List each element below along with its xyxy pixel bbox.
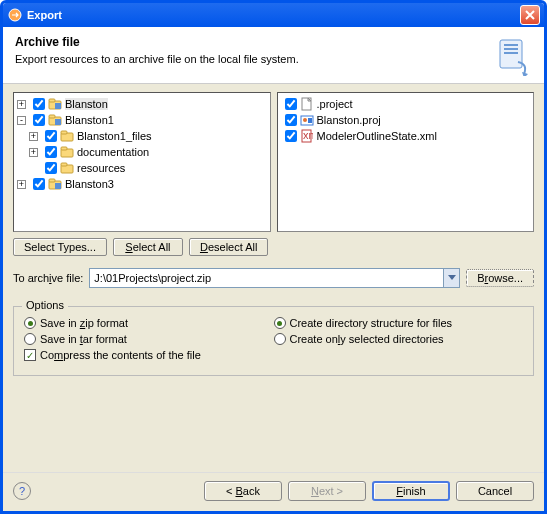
- xml-icon: xml: [300, 129, 314, 143]
- file-item[interactable]: Blanston.proj: [281, 112, 531, 128]
- create-selected-radio[interactable]: Create only selected directories: [274, 333, 524, 345]
- expand-icon[interactable]: +: [17, 180, 26, 189]
- archive-label: To archive file:: [13, 272, 83, 284]
- svg-rect-20: [55, 183, 61, 189]
- tree-label: Blanston: [65, 98, 108, 110]
- radio-icon: [24, 333, 36, 345]
- tree-checkbox[interactable]: [33, 114, 45, 126]
- tree-checkbox[interactable]: [45, 162, 57, 174]
- browse-button[interactable]: Browse...: [466, 269, 534, 287]
- tree-item[interactable]: +Blanston3: [17, 176, 267, 192]
- svg-rect-8: [55, 103, 61, 109]
- project-icon: [48, 113, 62, 127]
- proj-icon: [300, 113, 314, 127]
- tree-label: Blanston1_files: [77, 130, 152, 142]
- svg-rect-10: [49, 115, 55, 118]
- export-dialog: Export Archive file Export resources to …: [0, 0, 547, 514]
- radio-icon: [274, 317, 286, 329]
- dialog-footer: ? < Back Next > Finish Cancel: [3, 472, 544, 511]
- finish-button[interactable]: Finish: [372, 481, 450, 501]
- window-title: Export: [27, 9, 520, 21]
- archive-banner-icon: [492, 35, 532, 75]
- tree-item[interactable]: +documentation: [17, 144, 267, 160]
- resource-tree-left[interactable]: +Blanston-Blanston1+Blanston1_files+docu…: [13, 92, 271, 232]
- folder-icon: [60, 161, 74, 175]
- svg-rect-13: [61, 131, 67, 134]
- svg-point-23: [303, 118, 307, 122]
- dialog-header: Archive file Export resources to an arch…: [3, 27, 544, 84]
- tree-label: resources: [77, 162, 125, 174]
- svg-rect-15: [61, 147, 67, 150]
- svg-rect-4: [504, 52, 518, 54]
- file-item[interactable]: xmlModelerOutlineState.xml: [281, 128, 531, 144]
- tree-checkbox[interactable]: [33, 98, 45, 110]
- cancel-button[interactable]: Cancel: [456, 481, 534, 501]
- svg-rect-7: [49, 99, 55, 102]
- options-group: Options Save in zip format Save in tar f…: [13, 306, 534, 376]
- tree-item[interactable]: -Blanston1: [17, 112, 267, 128]
- tree-item[interactable]: +Blanston1_files: [17, 128, 267, 144]
- folder-icon: [60, 129, 74, 143]
- file-label: Blanston.proj: [317, 114, 381, 126]
- tree-checkbox[interactable]: [45, 130, 57, 142]
- save-tar-radio[interactable]: Save in tar format: [24, 333, 274, 345]
- tree-item[interactable]: +Blanston: [17, 96, 267, 112]
- project-icon: [48, 97, 62, 111]
- compress-checkbox[interactable]: ✓ Compress the contents of the file: [24, 349, 274, 361]
- svg-rect-24: [308, 118, 312, 123]
- radio-icon: [274, 333, 286, 345]
- tree-item[interactable]: resources: [17, 160, 267, 176]
- file-checkbox[interactable]: [285, 98, 297, 110]
- expand-icon[interactable]: +: [29, 148, 38, 157]
- radio-icon: [24, 317, 36, 329]
- file-checkbox[interactable]: [285, 130, 297, 142]
- svg-rect-11: [55, 119, 61, 125]
- file-icon: [300, 97, 314, 111]
- titlebar[interactable]: Export: [3, 3, 544, 27]
- archive-combo[interactable]: [89, 268, 460, 288]
- tree-checkbox[interactable]: [33, 178, 45, 190]
- select-all-button[interactable]: Select All: [113, 238, 183, 256]
- select-types-button[interactable]: Select Types...: [13, 238, 107, 256]
- help-button[interactable]: ?: [13, 482, 31, 500]
- svg-text:xml: xml: [303, 129, 313, 141]
- project-icon: [48, 177, 62, 191]
- svg-rect-2: [504, 44, 518, 46]
- archive-dropdown-icon[interactable]: [444, 268, 460, 288]
- tree-label: Blanston3: [65, 178, 114, 190]
- svg-marker-27: [448, 275, 456, 280]
- save-zip-radio[interactable]: Save in zip format: [24, 317, 274, 329]
- svg-rect-3: [504, 48, 518, 50]
- svg-rect-19: [49, 179, 55, 182]
- options-legend: Options: [22, 299, 68, 311]
- create-dir-radio[interactable]: Create directory structure for files: [274, 317, 524, 329]
- resource-tree-right[interactable]: .projectBlanston.projxmlModelerOutlineSt…: [277, 92, 535, 232]
- file-checkbox[interactable]: [285, 114, 297, 126]
- expand-icon[interactable]: +: [29, 132, 38, 141]
- page-title: Archive file: [15, 35, 484, 49]
- tree-label: Blanston1: [65, 114, 114, 126]
- folder-icon: [60, 145, 74, 159]
- tree-label: documentation: [77, 146, 149, 158]
- next-button: Next >: [288, 481, 366, 501]
- archive-input[interactable]: [89, 268, 444, 288]
- file-label: .project: [317, 98, 353, 110]
- expand-icon[interactable]: +: [17, 100, 26, 109]
- collapse-icon[interactable]: -: [17, 116, 26, 125]
- file-item[interactable]: .project: [281, 96, 531, 112]
- file-label: ModelerOutlineState.xml: [317, 130, 437, 142]
- page-description: Export resources to an archive file on t…: [15, 53, 484, 65]
- export-icon: [7, 7, 23, 23]
- back-button[interactable]: < Back: [204, 481, 282, 501]
- svg-rect-17: [61, 163, 67, 166]
- deselect-all-button[interactable]: Deselect All: [189, 238, 268, 256]
- tree-checkbox[interactable]: [45, 146, 57, 158]
- checkbox-icon: ✓: [24, 349, 36, 361]
- close-button[interactable]: [520, 5, 540, 25]
